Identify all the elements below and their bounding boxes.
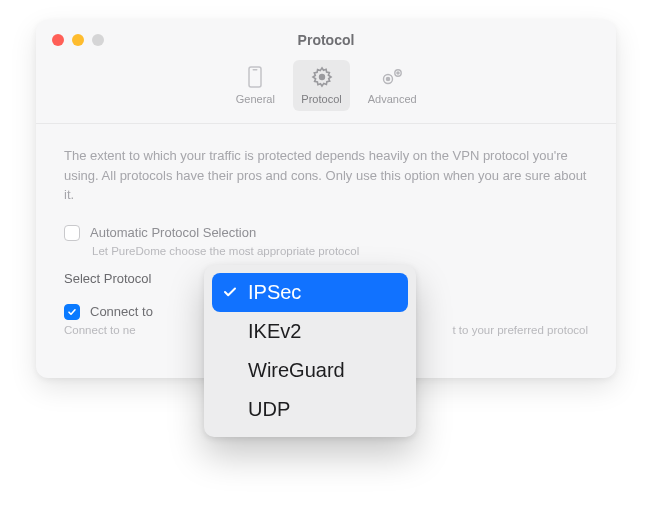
auto-protocol-label: Automatic Protocol Selection	[90, 225, 256, 240]
tab-label: General	[236, 93, 275, 105]
titlebar: Protocol	[36, 20, 616, 60]
connect-fallback-label: Connect to	[90, 304, 153, 319]
protocol-dropdown-menu[interactable]: IPSec IKEv2 WireGuard UDP	[204, 265, 416, 437]
menu-item-label: IKEv2	[248, 320, 301, 342]
tab-advanced[interactable]: Advanced	[360, 60, 425, 111]
checkmark-icon	[222, 281, 238, 304]
auto-protocol-row[interactable]: Automatic Protocol Selection	[64, 225, 588, 241]
auto-protocol-checkbox[interactable]	[64, 225, 80, 241]
menu-item-udp[interactable]: UDP	[212, 390, 408, 429]
gears-icon	[379, 64, 405, 90]
tab-label: Protocol	[301, 93, 341, 105]
menu-item-ipsec[interactable]: IPSec	[212, 273, 408, 312]
tab-general[interactable]: General	[227, 60, 283, 111]
checkmark-icon	[67, 307, 77, 317]
menu-item-label: UDP	[248, 398, 290, 420]
connect-fallback-checkbox[interactable]	[64, 304, 80, 320]
preferences-toolbar: General Protocol Advanced	[36, 60, 616, 124]
close-window-button[interactable]	[52, 34, 64, 46]
menu-item-wireguard[interactable]: WireGuard	[212, 351, 408, 390]
tab-label: Advanced	[368, 93, 417, 105]
description-text: The extent to which your traffic is prot…	[64, 146, 588, 205]
traffic-lights	[52, 34, 104, 46]
menu-item-label: WireGuard	[248, 359, 345, 381]
svg-point-4	[387, 77, 390, 80]
menu-item-ikev2[interactable]: IKEv2	[212, 312, 408, 351]
menu-item-label: IPSec	[248, 281, 301, 303]
minimize-window-button[interactable]	[72, 34, 84, 46]
zoom-window-button[interactable]	[92, 34, 104, 46]
svg-rect-1	[253, 69, 258, 71]
tab-protocol[interactable]: Protocol	[293, 60, 349, 111]
svg-point-6	[397, 72, 399, 74]
svg-point-2	[318, 74, 324, 80]
general-icon	[242, 64, 268, 90]
auto-protocol-hint: Let PureDome choose the most appropriate…	[92, 245, 588, 257]
window-title: Protocol	[298, 32, 355, 48]
gear-icon	[309, 64, 335, 90]
